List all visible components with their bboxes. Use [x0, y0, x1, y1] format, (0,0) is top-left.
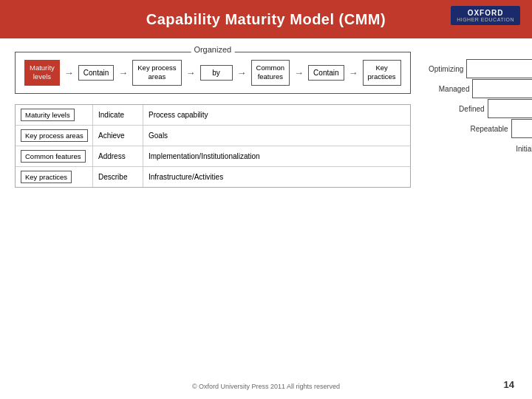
logo-text-line2: HIGHER EDUCATION [457, 17, 514, 22]
arrow2: → [118, 67, 128, 78]
table-row: Maturity levels Indicate Process capabil… [16, 105, 410, 126]
slide-title: Capability Maturity Model (CMM) [146, 11, 386, 28]
diag-box-contain1: Contain [78, 65, 114, 81]
pyramid-level-label: Repeatable [457, 125, 508, 133]
pyramid-row: Defined3 [423, 99, 532, 118]
right-section: Optimizing5Managed4Defined3Repeatable2In… [423, 52, 532, 188]
pyramid-bar: 2 [511, 119, 532, 138]
table-row: Key practices Describe Infrastructure/Ac… [16, 167, 410, 187]
diag-box-common: Commonfeatures [251, 60, 290, 86]
table-cell-col1-r3: Common features [16, 146, 93, 166]
bottom-table: Maturity levels Indicate Process capabil… [15, 104, 411, 188]
main-content: Organized Maturitylevels → Contain → Key… [0, 38, 532, 195]
footer: © Oxford University Press 2011 All right… [0, 383, 532, 390]
arrow1: → [64, 67, 74, 78]
left-section: Organized Maturitylevels → Contain → Key… [15, 52, 411, 188]
arrow3: → [186, 67, 196, 78]
diag-box-key-practices: Keypractices [363, 60, 401, 86]
table-row: Common features Address Implementation/I… [16, 146, 410, 167]
pyramid-level-label: Defined [433, 105, 485, 113]
slide-header: Capability Maturity Model (CMM) OXFORD H… [0, 0, 532, 38]
table-cell-col3-r4: Infrastructure/Activities [143, 167, 410, 187]
top-diagram: Organized Maturitylevels → Contain → Key… [15, 52, 411, 94]
table-cell-col2-r2: Achieve [93, 126, 143, 146]
table-cell-col2-r4: Describe [93, 167, 143, 187]
table-cell-col3-r1: Process capability [143, 105, 410, 125]
arrow6: → [349, 67, 358, 78]
table-row: Key process areas Achieve Goals [16, 126, 410, 146]
arrow5: → [294, 67, 304, 78]
copyright-text: © Oxford University Press 2011 All right… [192, 383, 340, 390]
table-cell-col2-r1: Indicate [93, 105, 143, 125]
diag-box-maturity: Maturitylevels [24, 60, 60, 86]
pyramid-row: Initial1 [423, 139, 532, 158]
oxford-logo: OXFORD HIGHER EDUCATION [451, 6, 520, 25]
table-cell-col2-r3: Address [93, 146, 143, 166]
table-cell-col1-r1: Maturity levels [16, 105, 93, 125]
pyramid-level-label: Initial [482, 145, 532, 153]
page-number: 14 [504, 379, 514, 390]
cell-box: Key practices [21, 171, 72, 183]
organized-label: Organized [191, 45, 234, 54]
pyramid-diagram: Optimizing5Managed4Defined3Repeatable2In… [423, 59, 532, 159]
cell-box: Common features [21, 150, 86, 163]
table-cell-col3-r2: Goals [143, 126, 410, 146]
cell-box: Key process areas [21, 129, 88, 142]
table-cell-col1-r2: Key process areas [16, 126, 93, 146]
diagram-row: Maturitylevels → Contain → Key processar… [24, 60, 401, 86]
arrow4: → [237, 67, 247, 78]
pyramid-row: Managed4 [423, 79, 532, 98]
diag-box-key-process: Key processareas [132, 60, 181, 86]
pyramid-level-label: Managed [423, 85, 470, 93]
pyramid-row: Optimizing5 [423, 59, 532, 78]
pyramid-row: Repeatable2 [423, 119, 532, 138]
logo-text-line1: OXFORD [468, 9, 504, 17]
cell-box: Maturity levels [21, 109, 75, 121]
table-cell-col3-r3: Implementation/Institutionalization [143, 146, 410, 166]
diag-box-by: by [200, 65, 233, 81]
diag-box-contain2: Contain [308, 65, 344, 81]
pyramid-bar: 3 [488, 99, 532, 118]
pyramid-level-label: Optimizing [423, 65, 464, 73]
table-cell-col1-r4: Key practices [16, 167, 93, 187]
pyramid-bar: 4 [472, 79, 532, 98]
pyramid-bar: 5 [466, 59, 532, 78]
